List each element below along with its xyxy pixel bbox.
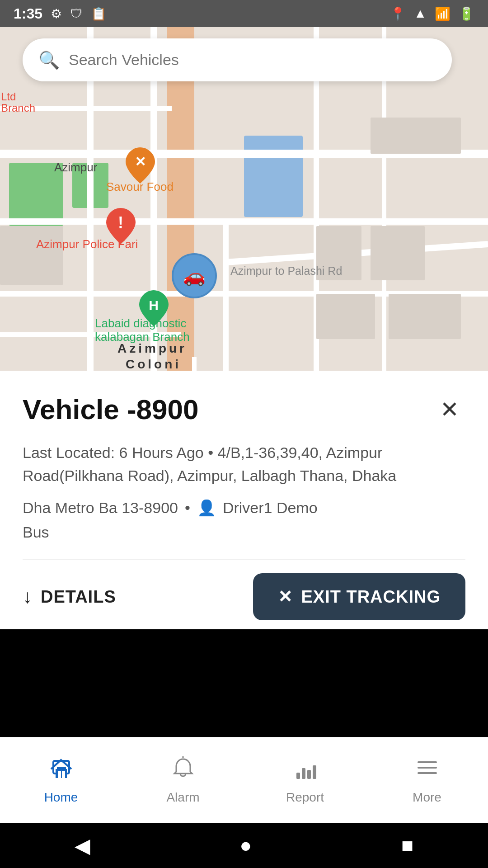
report-icon [293, 755, 318, 786]
map-label-ltd: Ltd [1, 90, 16, 103]
details-arrow-icon: ↓ [23, 586, 33, 608]
map-svg [0, 27, 488, 398]
details-button[interactable]: ↓ DETAILS [23, 586, 116, 608]
status-bar-right: 📍 ▲ 📶 🔋 [390, 6, 474, 21]
last-located-time: 6 Hours Ago [119, 444, 204, 461]
android-nav-bar: ◀ ● ■ [0, 823, 488, 868]
map-label-coloni: Coloni [126, 357, 181, 372]
exit-symbol: ✕ [278, 587, 293, 607]
alarm-icon [171, 755, 196, 786]
nav-label-alarm: Alarm [166, 790, 199, 805]
status-time: 1:35 [14, 5, 42, 22]
status-bar-left: 1:35 ⚙ 🛡 📋 [14, 5, 107, 22]
search-bar[interactable]: 🔍 [23, 38, 452, 81]
shield-icon: 🛡 [70, 6, 83, 21]
svg-text:H: H [149, 298, 159, 313]
svg-rect-34 [302, 768, 305, 779]
map-label-road: Azimpur to Palashi Rd [230, 264, 342, 278]
svg-rect-3 [244, 136, 303, 217]
person-icon: 👤 [197, 499, 216, 517]
nav-item-more[interactable]: More [366, 755, 488, 805]
last-located-prefix: Last Located: [23, 444, 115, 461]
police-pin: ! [106, 208, 136, 246]
map-label-azimpur2: Azimpur [117, 341, 187, 356]
svg-rect-33 [296, 773, 300, 779]
vehicle-panel: Vehicle -8900 ✕ Last Located: 6 Hours Ag… [0, 371, 488, 629]
driver-name: Driver1 Demo [223, 499, 318, 517]
clipboard-icon: 📋 [91, 6, 107, 21]
nav-item-alarm[interactable]: Alarm [122, 755, 244, 805]
map-label-branch: Branch [1, 102, 35, 114]
svg-rect-22 [0, 226, 63, 285]
home-icon [49, 755, 74, 786]
wifi-icon: ▲ [414, 6, 427, 21]
recents-button[interactable]: ■ [401, 834, 413, 857]
svg-text:!: ! [118, 213, 123, 232]
search-input[interactable] [69, 51, 436, 69]
map-area[interactable]: Azimpur Savour Food Azimpur Police Fari … [0, 27, 488, 398]
svg-rect-21 [371, 226, 425, 280]
vehicle-meta: Dha Metro Ba 13-8900 • 👤 Driver1 Demo [23, 499, 465, 517]
nav-item-home[interactable]: Home [0, 755, 122, 805]
nav-label-home: Home [44, 790, 78, 805]
hospital-pin: H [139, 290, 169, 328]
nav-item-report[interactable]: Report [244, 755, 366, 805]
svg-text:✕: ✕ [135, 154, 146, 169]
food-pin: ✕ [126, 147, 155, 185]
map-label-azimpur: Azimpur [54, 160, 97, 175]
status-bar: 1:35 ⚙ 🛡 📋 📍 ▲ 📶 🔋 [0, 0, 488, 27]
details-label: DETAILS [41, 587, 116, 607]
vehicle-plate: Dha Metro Ba 13-8900 [23, 499, 178, 517]
vehicle-location-info: Last Located: 6 Hours Ago • 4/B,1-36,39,… [23, 441, 465, 487]
back-button[interactable]: ◀ [75, 834, 90, 858]
panel-header: Vehicle -8900 ✕ [23, 393, 465, 425]
vehicle-marker[interactable]: 🚗 [172, 253, 217, 298]
vehicle-title: Vehicle -8900 [23, 393, 199, 425]
svg-rect-20 [371, 118, 461, 154]
action-row: ↓ DETAILS ✕ EXIT TRACKING [23, 559, 465, 620]
vehicle-type: Bus [23, 524, 465, 541]
exit-tracking-button[interactable]: ✕ EXIT TRACKING [253, 573, 465, 620]
signal-icon: 📶 [435, 6, 450, 21]
svg-rect-35 [307, 770, 311, 779]
home-button[interactable]: ● [239, 834, 252, 857]
settings-icon: ⚙ [51, 6, 62, 21]
location-icon: 📍 [390, 6, 406, 21]
svg-rect-31 [62, 771, 65, 778]
svg-rect-30 [58, 771, 61, 778]
close-button[interactable]: ✕ [434, 394, 465, 425]
nav-label-report: Report [286, 790, 324, 805]
svg-rect-36 [313, 765, 316, 779]
exit-tracking-label: EXIT TRACKING [301, 587, 441, 607]
bottom-nav: Home Alarm Report [0, 737, 488, 823]
svg-rect-29 [56, 769, 67, 778]
more-icon [415, 755, 440, 786]
search-icon: 🔍 [38, 50, 60, 70]
vehicle-icon: 🚗 [183, 265, 206, 287]
battery-icon: 🔋 [459, 6, 474, 21]
nav-label-more: More [413, 790, 441, 805]
svg-rect-17 [316, 294, 375, 339]
svg-rect-18 [389, 294, 461, 339]
